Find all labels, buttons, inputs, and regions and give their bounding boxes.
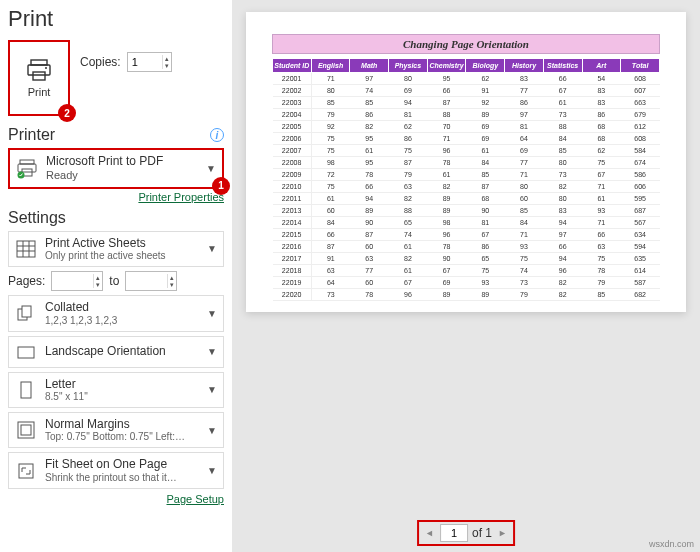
spinner-arrows[interactable]: ▴▾: [162, 55, 171, 69]
table-row: 220097278796185717367586: [273, 169, 660, 181]
paper-icon: [15, 379, 37, 401]
svg-rect-15: [18, 347, 34, 358]
table-row: 220038585948792866183663: [273, 97, 660, 109]
page-of-label: of 1: [472, 526, 492, 540]
pages-to-input[interactable]: ▴▾: [125, 271, 177, 291]
pages-to-label: to: [109, 274, 119, 288]
printer-name: Microsoft Print to PDF: [46, 154, 198, 169]
table-header: Physics: [389, 59, 428, 73]
table-row: 220017197809562836654608: [273, 73, 660, 85]
margins-icon: [15, 419, 37, 441]
svg-rect-0: [31, 60, 47, 65]
page-current-input[interactable]: [440, 524, 468, 542]
grid-icon: [15, 238, 37, 260]
page-setup-link[interactable]: Page Setup: [8, 493, 224, 505]
printer-icon: [25, 58, 53, 82]
preview-page: Changing Page Orientation Student IDEngl…: [246, 12, 686, 312]
print-button-label: Print: [28, 86, 51, 98]
table-header: Student ID: [273, 59, 312, 73]
table-row: 220179163829065759475635: [273, 253, 660, 265]
table-row: 220059282627069818868612: [273, 121, 660, 133]
watermark: wsxdn.com: [649, 539, 694, 549]
copies-input[interactable]: [128, 56, 162, 68]
setting-paper-size[interactable]: Letter8.5" x 11" ▼: [8, 372, 224, 408]
copies-stepper[interactable]: ▴▾: [127, 52, 172, 72]
table-row: 220067595867169648468608: [273, 133, 660, 145]
table-row: 220107566638287808271606: [273, 181, 660, 193]
print-panel: Print Print 2 Copies: ▴▾ Printer i: [0, 0, 232, 552]
setting-scaling[interactable]: Fit Sheet on One PageShrink the printout…: [8, 452, 224, 488]
printer-selector[interactable]: Microsoft Print to PDF Ready ▼ 1: [8, 148, 224, 189]
table-row: 220148490659881849471567: [273, 217, 660, 229]
orientation-icon: [15, 341, 37, 363]
printer-status: Ready: [46, 169, 198, 183]
preview-area: Changing Page Orientation Student IDEngl…: [232, 0, 700, 552]
table-header: Math: [350, 59, 389, 73]
pages-from-input[interactable]: ▴▾: [51, 271, 103, 291]
printer-properties-link[interactable]: Printer Properties: [8, 191, 224, 203]
setting-collate[interactable]: Collated1,2,3 1,2,3 1,2,3 ▼: [8, 295, 224, 331]
print-button[interactable]: Print 2: [8, 40, 70, 116]
settings-heading: Settings: [8, 209, 66, 227]
setting-margins[interactable]: Normal MarginsTop: 0.75" Bottom: 0.75" L…: [8, 412, 224, 448]
info-icon[interactable]: i: [210, 128, 224, 142]
table-row: 220028074696691776783607: [273, 85, 660, 97]
page-prev-icon[interactable]: ◄: [423, 528, 436, 538]
svg-rect-2: [33, 72, 45, 80]
printer-ready-icon: [16, 157, 38, 179]
table-row: 220156687749667719766634: [273, 229, 660, 241]
chevron-down-icon: ▼: [206, 163, 216, 174]
svg-point-3: [45, 67, 47, 69]
table-header: Chemistry: [427, 59, 466, 73]
table-row: 220077561759661698562584: [273, 145, 660, 157]
table-header: Art: [582, 59, 621, 73]
table-row: 220207378968989798285682: [273, 289, 660, 301]
table-header: Statistics: [543, 59, 582, 73]
callout-badge-1: 1: [212, 177, 230, 195]
table-row: 220168760617886936663594: [273, 241, 660, 253]
table-row: 220186377616775749678614: [273, 265, 660, 277]
collate-icon: [15, 302, 37, 324]
svg-rect-1: [28, 65, 50, 75]
svg-rect-8: [17, 241, 35, 257]
table-row: 220196460676993738279587: [273, 277, 660, 289]
setting-print-what[interactable]: Print Active SheetsOnly print the active…: [8, 231, 224, 267]
preview-table: Student IDEnglishMathPhysicsChemistryBio…: [272, 58, 660, 301]
table-row: 220047986818889977386679: [273, 109, 660, 121]
fit-icon: [15, 460, 37, 482]
preview-title: Changing Page Orientation: [272, 34, 660, 54]
table-header: Biology: [466, 59, 505, 73]
chevron-down-icon: ▼: [207, 465, 217, 476]
callout-badge-2: 2: [58, 104, 76, 122]
table-row: 220136089888990858393687: [273, 205, 660, 217]
pages-label: Pages:: [8, 274, 45, 288]
svg-rect-4: [20, 160, 34, 164]
svg-rect-16: [21, 382, 31, 398]
table-header: English: [311, 59, 350, 73]
chevron-down-icon: ▼: [207, 346, 217, 357]
chevron-down-icon: ▼: [207, 384, 217, 395]
page-title: Print: [8, 6, 224, 32]
copies-label: Copies:: [80, 55, 121, 69]
page-next-icon[interactable]: ►: [496, 528, 509, 538]
table-row: 220089895877884778075674: [273, 157, 660, 169]
table-header: History: [505, 59, 544, 73]
svg-rect-14: [22, 306, 31, 317]
chevron-down-icon: ▼: [207, 308, 217, 319]
table-header: Total: [621, 59, 660, 73]
setting-orientation[interactable]: Landscape Orientation ▼: [8, 336, 224, 368]
table-row: 220116194828968608061595: [273, 193, 660, 205]
chevron-down-icon: ▼: [207, 243, 217, 254]
printer-heading: Printer: [8, 126, 55, 144]
chevron-down-icon: ▼: [207, 425, 217, 436]
svg-rect-19: [19, 464, 33, 478]
svg-rect-18: [21, 425, 31, 435]
svg-rect-17: [18, 422, 34, 438]
svg-rect-5: [18, 164, 36, 172]
page-navigator: ◄ of 1 ►: [417, 520, 515, 546]
